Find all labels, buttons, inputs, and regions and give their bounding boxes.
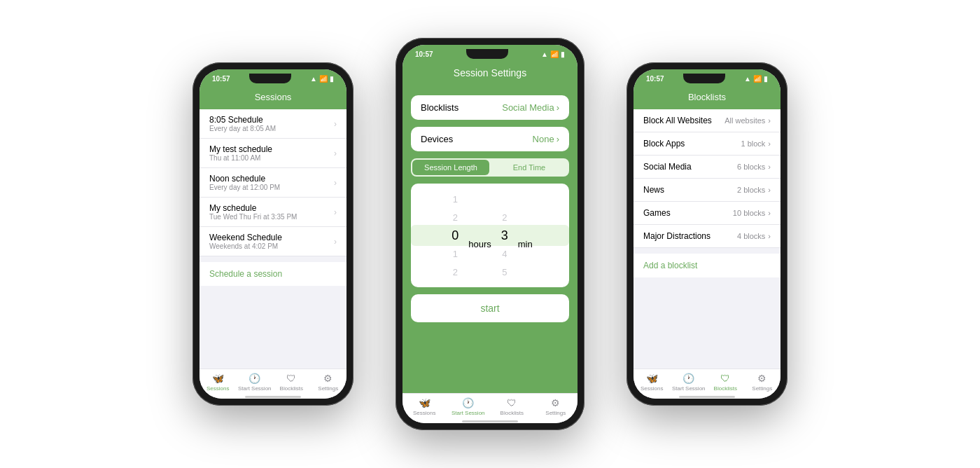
tab-sessions-2[interactable]: 🦋 Sessions: [402, 397, 447, 416]
tab-settings-3[interactable]: ⚙ Settings: [744, 372, 781, 392]
tab-blocklists-1[interactable]: 🛡 Blocklists: [273, 372, 310, 392]
blocklist-item[interactable]: Major Distractions 4 blocks ›: [634, 225, 780, 248]
picker-cell-empty: [494, 191, 515, 207]
tab-blocklists-2[interactable]: 🛡 Blocklists: [490, 397, 534, 416]
list-separator: [634, 248, 780, 254]
schedule-link[interactable]: Schedule a session: [200, 262, 346, 286]
notch-3: [683, 74, 725, 83]
time-picker[interactable]: 1 2 0 1 2 hours 2 3 4: [411, 184, 569, 287]
phone-sessions: 10:57 ▲ 📶 ▮ Sessions 8:05 Schedule Every…: [192, 62, 354, 406]
tab-blocklists-3[interactable]: 🛡 Blocklists: [707, 372, 744, 392]
battery-icon-3: ▮: [764, 75, 768, 83]
time-2: 10:57: [415, 50, 433, 58]
home-indicator-3: [634, 396, 780, 399]
devices-row[interactable]: Devices None ›: [411, 127, 569, 151]
list-item[interactable]: Noon schedule Every day at 12:00 PM ›: [200, 168, 346, 198]
home-indicator-2: [402, 420, 578, 423]
blocklist-count: 10 blocks: [733, 209, 765, 217]
shield-icon-3: 🛡: [719, 372, 732, 385]
chevron-icon: ›: [334, 149, 337, 158]
start-label: start: [480, 303, 499, 314]
blocklist-value: 6 blocks ›: [737, 163, 771, 171]
chevron-bl2: ›: [768, 163, 771, 171]
blocklist-name: Games: [643, 208, 671, 218]
tab-label: Blocklists: [714, 385, 737, 392]
blocklist-item[interactable]: Block All Websites All websites ›: [634, 109, 780, 132]
chevron-bl5: ›: [768, 232, 771, 240]
add-blocklist-text: Add a blocklist: [643, 261, 697, 270]
item-text: My schedule Tue Wed Thu Fri at 3:35 PM: [209, 203, 297, 221]
battery-icon: ▮: [330, 75, 334, 83]
segment-control: Session Length End Time: [411, 158, 569, 177]
mins-column: 2 3 4 5: [494, 191, 515, 280]
session-settings-content: Blocklists Social Media › Devices None ›: [402, 87, 578, 393]
add-blocklist-link[interactable]: Add a blocklist: [634, 254, 780, 277]
blocklist-name: News: [643, 185, 664, 195]
blocklist-value: 1 block ›: [741, 139, 771, 148]
item-subtitle: Every day at 12:00 PM: [209, 184, 280, 191]
tab-label: Settings: [752, 385, 772, 392]
chevron-bl1: ›: [768, 139, 771, 148]
status-icons-3: ▲ 📶 ▮: [744, 75, 768, 83]
start-button[interactable]: start: [411, 294, 569, 322]
chevron-icon: ›: [334, 207, 337, 217]
scene: 10:57 ▲ 📶 ▮ Sessions 8:05 Schedule Every…: [0, 0, 980, 468]
blocklists-header: Blocklists: [634, 86, 780, 109]
phone-session-settings: 10:57 ▲ 📶 ▮ Session Settings Blocklists …: [396, 38, 584, 430]
tab-sessions-3[interactable]: 🦋 Sessions: [634, 372, 671, 392]
segment-session-length[interactable]: Session Length: [412, 160, 489, 175]
tab-label: Settings: [318, 385, 338, 392]
picker-cell-above: 2: [444, 209, 465, 226]
signal-icon-3: ▲: [744, 75, 751, 83]
gear-icon-3: ⚙: [756, 372, 769, 385]
blocklist-item[interactable]: News 2 blocks ›: [634, 179, 780, 202]
list-item[interactable]: Weekend Schedule Weekends at 4:02 PM ›: [200, 227, 346, 256]
item-title: My test schedule: [209, 144, 272, 154]
item-title: My schedule: [209, 203, 297, 213]
hours-label: hours: [465, 239, 494, 249]
chevron-blocklists: ›: [556, 102, 559, 113]
clock-icon-2: 🕐: [462, 397, 475, 409]
blocklist-value: All websites ›: [724, 116, 771, 125]
tab-start-session-2[interactable]: 🕐 Start Session: [447, 397, 491, 416]
tab-start-session-1[interactable]: 🕐 Start Session: [237, 372, 274, 392]
tab-sessions-1[interactable]: 🦋 Sessions: [200, 372, 237, 392]
phone-settings-screen: 10:57 ▲ 📶 ▮ Session Settings Blocklists …: [402, 45, 578, 423]
blocklist-item[interactable]: Games 10 blocks ›: [634, 202, 780, 225]
wifi-icon-3: 📶: [753, 75, 762, 83]
blocklist-name: Block All Websites: [643, 116, 712, 125]
sessions-title: Sessions: [255, 92, 292, 102]
segment-end-time[interactable]: End Time: [491, 160, 568, 175]
devices-value: None ›: [533, 134, 559, 144]
item-title: 8:05 Schedule: [209, 115, 276, 125]
devices-value-text: None: [533, 134, 554, 144]
notch-2: [466, 49, 508, 59]
item-subtitle: Every day at 8:05 AM: [209, 125, 276, 132]
tab-bar-3: 🦋 Sessions 🕐 Start Session 🛡 Blocklists …: [634, 369, 780, 396]
blocklist-value: 2 blocks ›: [737, 186, 771, 194]
tab-settings-1[interactable]: ⚙ Settings: [310, 372, 347, 392]
item-subtitle: Thu at 11:00 AM: [209, 154, 272, 162]
chevron-bl0: ›: [768, 116, 771, 125]
blocklists-row[interactable]: Blocklists Social Media ›: [411, 95, 569, 120]
tab-start-session-3[interactable]: 🕐 Start Session: [671, 372, 708, 392]
phone-blocklists: 10:57 ▲ 📶 ▮ Blocklists Block All Website…: [626, 62, 788, 406]
blocklist-item[interactable]: Block Apps 1 block ›: [634, 132, 780, 156]
blocklist-item[interactable]: Social Media 6 blocks ›: [634, 156, 780, 179]
devices-label: Devices: [421, 134, 453, 144]
gear-icon: ⚙: [322, 372, 335, 385]
tab-settings-2[interactable]: ⚙ Settings: [534, 397, 578, 416]
phone-blocklists-screen: 10:57 ▲ 📶 ▮ Blocklists Block All Website…: [634, 69, 780, 399]
list-item[interactable]: My test schedule Thu at 11:00 AM ›: [200, 139, 346, 168]
sessions-list: 8:05 Schedule Every day at 8:05 AM › My …: [200, 109, 346, 369]
status-bar-2: 10:57 ▲ 📶 ▮: [402, 45, 578, 62]
indicator-line: [679, 396, 735, 398]
butterfly-icon-3: 🦋: [645, 372, 658, 385]
chevron-icon: ›: [334, 237, 337, 247]
time-3: 10:57: [646, 75, 664, 83]
item-text: Weekend Schedule Weekends at 4:02 PM: [209, 233, 282, 250]
list-item[interactable]: My schedule Tue Wed Thu Fri at 3:35 PM ›: [200, 198, 346, 227]
status-bar-3: 10:57 ▲ 📶 ▮: [634, 69, 780, 86]
list-item[interactable]: 8:05 Schedule Every day at 8:05 AM ›: [200, 109, 346, 139]
tab-label: Blocklists: [500, 410, 524, 416]
